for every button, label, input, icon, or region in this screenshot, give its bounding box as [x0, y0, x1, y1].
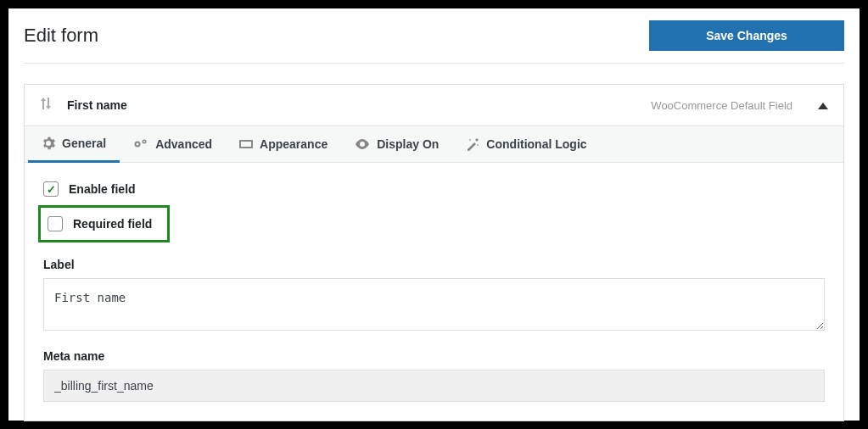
required-field-label: Required field: [73, 217, 152, 231]
appearance-icon: [239, 138, 253, 150]
svg-point-3: [143, 141, 145, 142]
wand-icon: [466, 137, 479, 151]
tab-label: General: [62, 136, 106, 150]
tab-label: Appearance: [260, 137, 328, 151]
sort-handle-icon[interactable]: [40, 97, 52, 114]
svg-rect-5: [241, 142, 251, 147]
field-title: First name: [67, 98, 127, 112]
tab-general[interactable]: General: [28, 126, 120, 163]
label-heading: Label: [43, 258, 825, 271]
default-field-badge: WooCommerce Default Field: [651, 99, 792, 112]
gears-icon: [133, 137, 148, 151]
tab-conditional-logic[interactable]: Conditional Logic: [452, 126, 600, 162]
field-panel: First name WooCommerce Default Field Gen…: [24, 84, 844, 421]
tab-display-on[interactable]: Display On: [341, 126, 452, 162]
panel-header-right: WooCommerce Default Field: [651, 98, 828, 113]
tab-label: Display On: [377, 137, 439, 151]
tab-advanced[interactable]: Advanced: [120, 126, 226, 162]
label-input[interactable]: [43, 278, 825, 331]
panel-body: Enable field Required field Label Meta n…: [25, 163, 843, 421]
meta-name-input: [43, 370, 825, 402]
save-changes-button[interactable]: Save Changes: [649, 20, 844, 51]
app-frame: Edit form Save Changes First name WooCom…: [8, 8, 860, 421]
required-highlight: Required field: [38, 205, 170, 242]
page-title: Edit form: [24, 25, 98, 47]
gear-icon: [42, 136, 55, 150]
panel-header[interactable]: First name WooCommerce Default Field: [25, 85, 843, 126]
enable-field-row[interactable]: Enable field: [43, 176, 825, 202]
svg-point-1: [137, 143, 139, 146]
caret-up-icon[interactable]: [818, 98, 828, 113]
tabs: General Advanced Appearance Display On: [25, 126, 843, 163]
enable-field-label: Enable field: [69, 182, 136, 196]
panel-header-left: First name: [40, 97, 127, 114]
meta-name-heading: Meta name: [43, 349, 825, 363]
tab-appearance[interactable]: Appearance: [226, 126, 341, 162]
required-field-row[interactable]: Required field: [48, 216, 152, 231]
tab-label: Conditional Logic: [486, 137, 586, 151]
eye-icon: [355, 139, 370, 149]
tab-label: Advanced: [155, 137, 212, 151]
required-field-checkbox[interactable]: [48, 216, 63, 231]
header-bar: Edit form Save Changes: [24, 20, 844, 64]
enable-field-checkbox[interactable]: [43, 181, 59, 197]
